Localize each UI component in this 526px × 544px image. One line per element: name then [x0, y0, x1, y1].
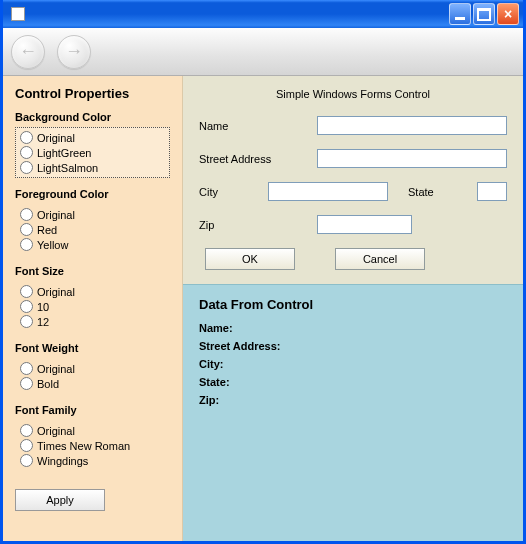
- sidebar: Control Properties Background Color Orig…: [3, 76, 183, 541]
- bg-label-0: Original: [37, 132, 75, 144]
- data-panel: Data From Control Name: Street Address: …: [183, 284, 523, 541]
- toolbar: ← →: [3, 28, 523, 76]
- data-street-label: Street Address:: [199, 340, 281, 352]
- fg-radio-red[interactable]: [20, 223, 33, 236]
- street-input[interactable]: [317, 149, 507, 168]
- sidebar-title: Control Properties: [15, 86, 170, 101]
- fg-radio-original[interactable]: [20, 208, 33, 221]
- size-radio-10[interactable]: [20, 300, 33, 313]
- fg-group: Original Red Yellow: [15, 204, 170, 255]
- size-radio-12[interactable]: [20, 315, 33, 328]
- data-state-label: State:: [199, 376, 230, 388]
- app-icon: [11, 7, 25, 21]
- bg-radio-lightsalmon[interactable]: [20, 161, 33, 174]
- family-radio-wingdings[interactable]: [20, 454, 33, 467]
- size-heading: Font Size: [15, 265, 170, 277]
- size-radio-original[interactable]: [20, 285, 33, 298]
- fg-heading: Foreground Color: [15, 188, 170, 200]
- data-name-label: Name:: [199, 322, 233, 334]
- family-group: Original Times New Roman Wingdings: [15, 420, 170, 471]
- titlebar: ×: [3, 0, 523, 28]
- weight-label-1: Bold: [37, 378, 59, 390]
- window-frame: × ← → Control Properties Background Colo…: [0, 0, 526, 544]
- weight-group: Original Bold: [15, 358, 170, 394]
- arrow-left-icon: ←: [19, 41, 37, 62]
- weight-radio-bold[interactable]: [20, 377, 33, 390]
- zip-label: Zip: [199, 219, 309, 231]
- weight-radio-original[interactable]: [20, 362, 33, 375]
- family-radio-original[interactable]: [20, 424, 33, 437]
- fg-radio-yellow[interactable]: [20, 238, 33, 251]
- data-panel-title: Data From Control: [199, 297, 507, 312]
- city-label: City: [199, 186, 260, 198]
- data-city-label: City:: [199, 358, 223, 370]
- family-label-2: Wingdings: [37, 455, 88, 467]
- city-input[interactable]: [268, 182, 388, 201]
- close-button[interactable]: ×: [497, 3, 519, 25]
- state-input[interactable]: [477, 182, 507, 201]
- size-label-0: Original: [37, 286, 75, 298]
- family-radio-times[interactable]: [20, 439, 33, 452]
- bg-label-2: LightSalmon: [37, 162, 98, 174]
- apply-button[interactable]: Apply: [15, 489, 105, 511]
- name-input[interactable]: [317, 116, 507, 135]
- data-zip-label: Zip:: [199, 394, 219, 406]
- form-title: Simple Windows Forms Control: [199, 88, 507, 100]
- form-panel: Simple Windows Forms Control Name Street…: [183, 76, 523, 284]
- minimize-button[interactable]: [449, 3, 471, 25]
- forward-button[interactable]: →: [57, 35, 91, 69]
- cancel-button[interactable]: Cancel: [335, 248, 425, 270]
- bg-radio-original[interactable]: [20, 131, 33, 144]
- family-heading: Font Family: [15, 404, 170, 416]
- family-label-0: Original: [37, 425, 75, 437]
- fg-label-2: Yellow: [37, 239, 68, 251]
- street-label: Street Address: [199, 153, 309, 165]
- fg-label-0: Original: [37, 209, 75, 221]
- name-label: Name: [199, 120, 309, 132]
- zip-input[interactable]: [317, 215, 412, 234]
- weight-label-0: Original: [37, 363, 75, 375]
- back-button[interactable]: ←: [11, 35, 45, 69]
- size-group: Original 10 12: [15, 281, 170, 332]
- bg-radio-lightgreen[interactable]: [20, 146, 33, 159]
- bg-group: Original LightGreen LightSalmon: [15, 127, 170, 178]
- maximize-button[interactable]: [473, 3, 495, 25]
- size-label-1: 10: [37, 301, 49, 313]
- size-label-2: 12: [37, 316, 49, 328]
- bg-label-1: LightGreen: [37, 147, 91, 159]
- arrow-right-icon: →: [65, 41, 83, 62]
- family-label-1: Times New Roman: [37, 440, 130, 452]
- state-label: State: [408, 186, 469, 198]
- fg-label-1: Red: [37, 224, 57, 236]
- ok-button[interactable]: OK: [205, 248, 295, 270]
- bg-heading: Background Color: [15, 111, 170, 123]
- weight-heading: Font Weight: [15, 342, 170, 354]
